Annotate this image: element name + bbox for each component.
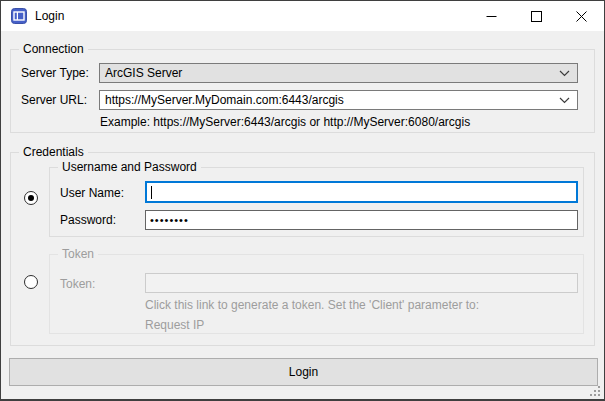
close-button[interactable] <box>559 1 604 31</box>
username-password-group: Username and Password User Name: Passwor… <box>49 167 584 237</box>
user-name-label: User Name: <box>60 186 124 200</box>
minimize-button[interactable] <box>469 1 514 31</box>
token-group-label: Token <box>58 247 98 262</box>
password-input[interactable]: •••••••• <box>145 210 578 230</box>
connection-group: Connection Server Type: ArcGIS Server Se… <box>10 49 595 133</box>
token-input <box>145 273 578 293</box>
user-name-input[interactable] <box>145 181 578 203</box>
text-caret <box>151 186 152 199</box>
password-label: Password: <box>60 213 116 227</box>
close-icon <box>576 11 587 22</box>
app-window-icon <box>11 8 27 24</box>
credentials-group: Credentials Username and Password User N… <box>10 152 595 346</box>
maximize-button[interactable] <box>514 1 559 31</box>
username-password-group-label: Username and Password <box>58 160 201 175</box>
token-client-param-value: Request IP <box>145 318 204 332</box>
window-title: Login <box>35 9 64 23</box>
resize-grip[interactable] <box>590 386 601 397</box>
titlebar[interactable]: Login <box>1 1 604 31</box>
token-label: Token: <box>60 277 95 291</box>
server-url-combobox[interactable]: https://MyServer.MyDomain.com:6443/arcgi… <box>99 90 578 110</box>
credentials-group-label: Credentials <box>19 145 88 160</box>
server-url-example-text: Example: https://MyServer:6443/arcgis or… <box>100 115 470 129</box>
connection-group-label: Connection <box>19 42 88 57</box>
login-button[interactable]: Login <box>9 358 598 386</box>
login-button-label: Login <box>289 365 318 379</box>
username-password-radio[interactable] <box>24 191 38 205</box>
token-radio[interactable] <box>24 275 38 289</box>
server-type-label: Server Type: <box>21 66 89 80</box>
token-help-text: Click this link to generate a token. Set… <box>145 298 479 312</box>
resize-grip-icon <box>590 386 601 397</box>
server-type-dropdown[interactable]: ArcGIS Server <box>99 63 578 83</box>
login-dialog: Login Connection Server Type: ArcGIS Ser… <box>0 0 605 401</box>
minimize-icon <box>486 11 497 22</box>
maximize-icon <box>531 11 542 22</box>
chevron-down-icon <box>559 70 570 77</box>
password-masked-value: •••••••• <box>146 213 189 227</box>
server-type-value: ArcGIS Server <box>100 66 559 80</box>
server-url-label: Server URL: <box>21 93 87 107</box>
server-url-value: https://MyServer.MyDomain.com:6443/arcgi… <box>100 93 559 107</box>
chevron-down-icon <box>559 97 570 104</box>
token-group: Token Token: Click this link to generate… <box>49 254 584 334</box>
caption-buttons <box>469 1 604 31</box>
